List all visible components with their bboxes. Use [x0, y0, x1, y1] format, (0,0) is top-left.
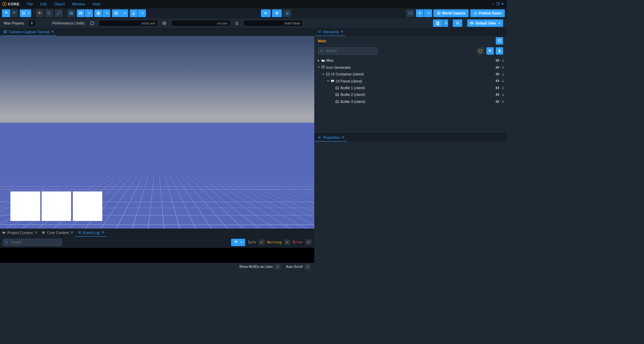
window-restore-button[interactable]: ❐	[496, 2, 500, 6]
hierarchy-node[interactable]: Icon Generator	[314, 64, 507, 70]
camera-mode-dropdown[interactable]	[120, 9, 128, 17]
folder-icon	[2, 231, 6, 234]
snap-value-button[interactable]: 25	[77, 9, 85, 17]
event-log-search-input[interactable]	[3, 239, 62, 246]
autoscroll-toggle[interactable]	[305, 264, 310, 270]
svg-point-32	[336, 101, 337, 102]
svg-rect-21	[326, 73, 329, 75]
menu-edit[interactable]: Edit	[37, 1, 50, 7]
lock-icon[interactable]	[501, 59, 505, 62]
visibility-icon[interactable]	[495, 72, 500, 76]
close-tab-icon[interactable]: ✕	[35, 230, 38, 235]
lock-icon[interactable]	[501, 72, 505, 76]
grid-toggle-button[interactable]	[67, 9, 75, 17]
hierarchy-search-input[interactable]	[318, 47, 377, 55]
visibility-icon[interactable]	[495, 99, 500, 104]
muids-toggle[interactable]	[275, 264, 280, 270]
scene-settings-button[interactable]	[496, 37, 503, 45]
visibility-icon[interactable]	[495, 58, 500, 63]
error-toggle[interactable]	[306, 239, 311, 245]
svg-rect-16	[498, 40, 501, 42]
settings-dropdown[interactable]	[424, 9, 432, 17]
undo-button[interactable]	[2, 9, 10, 17]
perf-limits-label: Performance Limits:	[52, 21, 85, 25]
object-count-meter: 34/30,000	[99, 20, 157, 26]
scale-tool-button[interactable]	[55, 9, 63, 17]
menu-file[interactable]: File	[24, 1, 36, 7]
screen-button[interactable]	[406, 9, 414, 17]
warning-toggle[interactable]	[284, 239, 290, 245]
svg-point-4	[115, 13, 116, 14]
multiplayer-test-button[interactable]	[283, 9, 291, 17]
lock-icon[interactable]	[501, 93, 505, 97]
close-tab-icon[interactable]: ✕	[70, 230, 73, 235]
core-content-tab[interactable]: Core Content✕	[40, 229, 75, 237]
visibility-icon[interactable]	[495, 92, 500, 97]
gear-icon	[317, 135, 322, 140]
window-minimize-button[interactable]: –	[491, 2, 495, 6]
camera-mode-button[interactable]	[112, 9, 120, 17]
redo-button[interactable]	[10, 9, 18, 17]
settings-button[interactable]	[416, 9, 424, 17]
properties-tab[interactable]: Properties✕	[315, 134, 347, 141]
info-label: Info	[248, 240, 256, 244]
world-space-button[interactable]	[94, 9, 102, 17]
world-capture-button[interactable]: World Capture	[433, 9, 469, 17]
window-close-button[interactable]: ✕	[500, 2, 505, 6]
event-log-tab[interactable]: Event Log✕	[75, 229, 106, 237]
default-view-dropdown[interactable]: Default View	[467, 19, 503, 27]
lock-icon[interactable]	[501, 65, 505, 69]
close-tab-icon[interactable]: ✕	[101, 230, 104, 235]
svg-rect-22	[502, 74, 504, 75]
hierarchy-node[interactable]: UI Panel (client)	[314, 77, 507, 84]
visibility-icon[interactable]	[495, 78, 500, 83]
lock-icon[interactable]	[501, 86, 505, 90]
lock-icon[interactable]	[501, 79, 505, 83]
pause-button[interactable]	[272, 9, 281, 17]
close-tab-icon[interactable]: ✕	[341, 135, 344, 140]
hierarchy-node[interactable]: Misc	[314, 57, 507, 64]
target-button[interactable]	[453, 19, 462, 27]
close-tab-icon[interactable]: ✕	[51, 30, 54, 34]
lock-icon[interactable]	[501, 100, 505, 103]
snap-value-dropdown[interactable]	[85, 9, 93, 17]
play-button[interactable]	[261, 9, 270, 17]
hierarchy-filter-button[interactable]	[486, 47, 494, 55]
save-button[interactable]	[433, 19, 442, 27]
grid-snap-dropdown[interactable]	[20, 9, 31, 17]
container-icon	[326, 72, 330, 76]
ui-image-bottle-1	[10, 191, 40, 221]
hierarchy-node[interactable]: UI Container (client)	[314, 71, 507, 77]
visibility-icon[interactable]	[495, 65, 500, 70]
max-players-value: 8	[29, 20, 35, 26]
menu-help[interactable]: Help	[90, 1, 104, 7]
rotate-tool-button[interactable]	[45, 9, 53, 17]
hierarchy-tree[interactable]: MiscIcon GeneratorUI Container (client)U…	[314, 56, 507, 133]
visibility-icon[interactable]	[495, 85, 500, 90]
menu-object[interactable]: Object	[51, 1, 68, 7]
player-mode-dropdown[interactable]	[138, 9, 146, 17]
project-content-tab[interactable]: Project Content✕	[0, 229, 40, 237]
hierarchy-node[interactable]: Bottle 2 (client)	[314, 91, 507, 98]
hierarchy-cube-filter-button[interactable]	[477, 47, 484, 55]
move-tool-button[interactable]	[36, 9, 44, 17]
viewport-3d[interactable]	[0, 36, 314, 229]
viewport-tab[interactable]: Camera Capture Tutorial ✕	[1, 28, 56, 36]
hierarchy-tab[interactable]: Hierarchy✕	[315, 28, 346, 36]
world-space-dropdown[interactable]	[103, 9, 111, 17]
svg-rect-30	[502, 95, 504, 96]
player-mode-button[interactable]	[130, 9, 138, 17]
info-toggle[interactable]	[259, 239, 264, 245]
image-icon	[335, 86, 339, 90]
log-filter-dropdown[interactable]	[231, 239, 245, 246]
menu-window[interactable]: Window	[69, 1, 89, 7]
svg-marker-14	[42, 231, 45, 234]
svg-point-9	[419, 13, 420, 14]
hierarchy-node[interactable]: Bottle 3 (client)	[314, 98, 507, 105]
hierarchy-upload-button[interactable]	[496, 47, 503, 55]
hierarchy-node[interactable]: Bottle 1 (client)	[314, 84, 507, 91]
publish-game-button[interactable]: Publish Game	[470, 9, 505, 17]
save-dropdown[interactable]	[443, 19, 448, 27]
svg-point-15	[5, 241, 7, 243]
close-tab-icon[interactable]: ✕	[340, 30, 343, 34]
